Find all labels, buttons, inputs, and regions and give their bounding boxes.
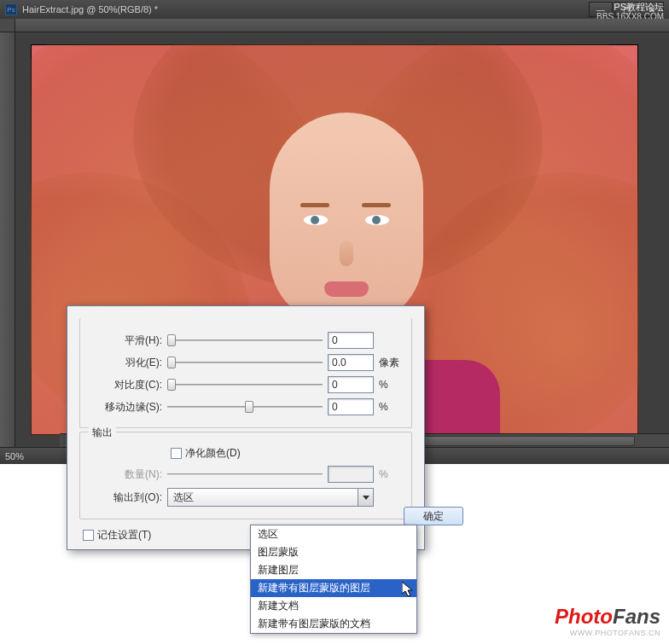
option-new-layer[interactable]: 新建图层 — [251, 561, 416, 579]
option-new-document[interactable]: 新建文档 — [251, 597, 416, 615]
checkbox-icon — [171, 448, 182, 459]
remember-label: 记住设置(T) — [97, 528, 151, 542]
option-layer-mask[interactable]: 图层蒙版 — [251, 543, 416, 561]
smooth-value[interactable]: 0 — [328, 332, 374, 349]
smooth-label: 平滑(H): — [89, 334, 162, 348]
amount-slider — [167, 467, 323, 482]
zoom-level[interactable]: 50% — [5, 451, 24, 461]
feather-label: 羽化(E): — [89, 356, 162, 370]
amount-unit: % — [379, 468, 403, 480]
contrast-slider[interactable] — [167, 377, 323, 392]
output-legend: 输出 — [89, 426, 116, 440]
ok-button[interactable]: 确定 — [404, 507, 463, 525]
minimize-button[interactable]: — — [589, 2, 613, 17]
ruler-corner — [0, 19, 15, 32]
decontaminate-checkbox[interactable]: 净化颜色(D) — [171, 446, 241, 461]
logo-part1: Photo — [555, 605, 613, 628]
feather-slider[interactable] — [167, 355, 323, 370]
feather-unit: 像素 — [379, 356, 403, 370]
shift-edge-unit: % — [379, 401, 403, 413]
maximize-button[interactable]: ▢ — [614, 2, 638, 17]
shift-edge-value[interactable]: 0 — [328, 398, 374, 415]
svg-marker-0 — [402, 582, 412, 596]
shift-edge-label: 移动边缘(S): — [89, 400, 162, 415]
output-to-selected: 选区 — [173, 490, 194, 505]
app-icon: Ps — [5, 3, 17, 15]
option-new-document-with-mask[interactable]: 新建带有图层蒙版的文档 — [251, 615, 416, 633]
titlebar: Ps HairExtract.jpg @ 50%(RGB/8) * — ▢ ✕ — [0, 0, 669, 19]
option-new-layer-with-mask[interactable]: 新建带有图层蒙版的图层 — [251, 579, 416, 597]
output-group: 输出 净化颜色(D) 数量(N): % 输出到(O): 选区 — [79, 432, 412, 519]
feather-value[interactable]: 0.0 — [328, 354, 374, 371]
image-face — [270, 113, 423, 326]
output-to-dropdown[interactable]: 选区 — [167, 488, 374, 507]
contrast-label: 对比度(C): — [89, 378, 162, 392]
contrast-unit: % — [379, 379, 403, 391]
chevron-down-icon — [363, 496, 369, 500]
logo-url: WWW.PHOTOFANS.CN — [555, 629, 660, 637]
output-to-label: 输出到(O): — [89, 490, 162, 505]
contrast-value[interactable]: 0 — [328, 376, 374, 393]
checkbox-icon — [83, 530, 94, 541]
ruler-horizontal[interactable] — [15, 19, 669, 32]
watermark-logo: PhotoFans WWW.PHOTOFANS.CN — [555, 605, 660, 637]
option-selection[interactable]: 选区 — [251, 525, 416, 543]
refine-edge-dialog: 平滑(H): 0 羽化(E): 0.0 像素 对比度(C): 0 % 移动边缘(… — [67, 305, 425, 550]
output-to-options: 选区 图层蒙版 新建图层 新建带有图层蒙版的图层 新建文档 新建带有图层蒙版的文… — [250, 525, 417, 634]
shift-edge-slider[interactable] — [167, 399, 323, 415]
amount-value — [328, 466, 374, 483]
document-title: HairExtract.jpg @ 50%(RGB/8) * — [22, 4, 158, 15]
smooth-slider[interactable] — [167, 333, 323, 348]
cursor-icon — [402, 582, 416, 599]
ruler-vertical[interactable] — [0, 32, 15, 447]
dropdown-button[interactable] — [358, 489, 373, 506]
close-button[interactable]: ✕ — [640, 2, 664, 17]
adjust-edge-group: 平滑(H): 0 羽化(E): 0.0 像素 对比度(C): 0 % 移动边缘(… — [79, 318, 412, 428]
decontaminate-label: 净化颜色(D) — [185, 446, 241, 461]
amount-label: 数量(N): — [89, 467, 162, 482]
logo-part2: Fans — [613, 605, 660, 628]
